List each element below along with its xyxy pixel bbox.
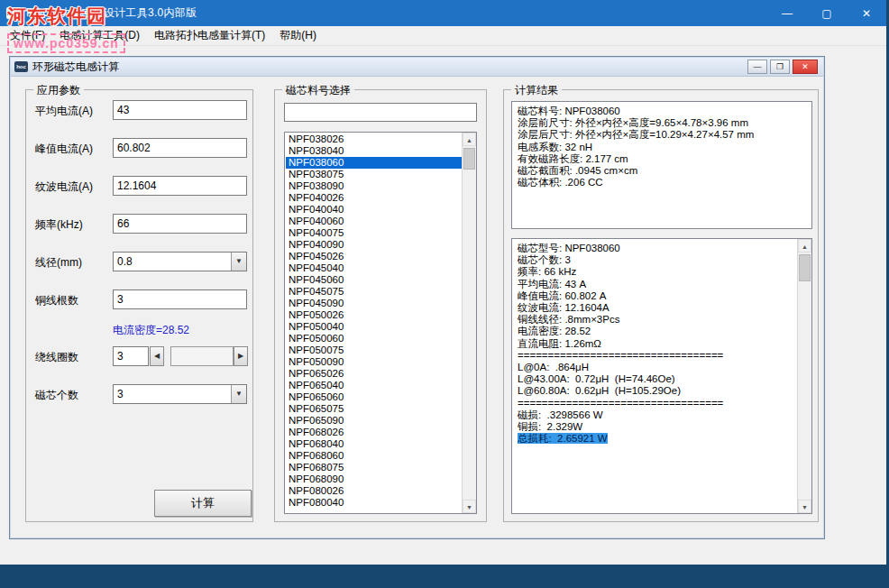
core-list-item[interactable]: NPF040060 bbox=[286, 216, 462, 227]
turns-slider-track[interactable] bbox=[170, 346, 234, 366]
spin-left-icon[interactable]: ◀ bbox=[150, 346, 164, 366]
core-list[interactable]: NPF038026NPF038040NPF038060NPF038075NPF0… bbox=[284, 132, 477, 514]
core-list-item[interactable]: NPF045075 bbox=[286, 286, 462, 298]
core-list-item[interactable]: NPF050040 bbox=[286, 321, 462, 333]
result-line: 磁芯截面积: .0945 cm×cm bbox=[518, 165, 806, 177]
ripple-current-input[interactable] bbox=[113, 176, 247, 196]
result-line: 频率: 66 kHz bbox=[518, 266, 792, 278]
core-list-item[interactable]: NPF045060 bbox=[286, 274, 462, 286]
param-row: 峰值电流(A) bbox=[35, 138, 245, 158]
menu-item[interactable]: 帮助(H) bbox=[272, 25, 324, 46]
peak-current-input[interactable] bbox=[113, 138, 247, 158]
result-line: 有效磁路长度: 2.177 cm bbox=[518, 153, 806, 165]
peak-current-label: 峰值电流(A) bbox=[35, 142, 93, 157]
core-list-item[interactable]: NPF040075 bbox=[286, 227, 462, 239]
core-list-item[interactable]: NPF068090 bbox=[286, 473, 462, 485]
result-line: 磁芯个数: 3 bbox=[518, 254, 792, 266]
result-detail-scrollbar[interactable]: ▲ ▼ bbox=[797, 239, 811, 513]
core-list-item[interactable]: NPF080040 bbox=[286, 497, 462, 509]
core-list-item[interactable]: NPF068040 bbox=[286, 438, 462, 450]
result-line: 涂层后尺寸: 外径×内径×高度=10.29×4.27×4.57 mm bbox=[518, 129, 806, 141]
core-list-item[interactable]: NPF040040 bbox=[286, 204, 462, 216]
spin-right-icon[interactable]: ▶ bbox=[234, 346, 248, 366]
core-list-item[interactable]: NPF050060 bbox=[286, 333, 462, 345]
core-list-item[interactable]: NPF045040 bbox=[286, 262, 462, 274]
result-line: 涂层前尺寸: 外径×内径×高度=9.65×4.78×3.96 mm bbox=[518, 117, 806, 129]
core-list-item[interactable]: NPF038040 bbox=[286, 145, 462, 157]
params-groupbox: 应用参数 平均电流(A) 峰值电流(A) 纹波电流(A) 频率( bbox=[25, 89, 253, 522]
core-list-item[interactable]: NPF068075 bbox=[286, 462, 462, 473]
param-row: 铜线根数 bbox=[35, 289, 245, 309]
core-list-item[interactable]: NPF038075 bbox=[286, 169, 462, 180]
core-list-item[interactable]: NPF038026 bbox=[286, 133, 462, 145]
core-list-item[interactable]: NPF038060 bbox=[286, 157, 462, 169]
avg-current-input[interactable] bbox=[113, 100, 247, 120]
core-list-item[interactable]: NPF045090 bbox=[286, 298, 462, 309]
turns-input[interactable] bbox=[113, 346, 149, 366]
menu-item[interactable]: 文件(F) bbox=[3, 25, 52, 46]
result-summary-text: 磁芯料号: NPF038060涂层前尺寸: 外径×内径×高度=9.65×4.78… bbox=[513, 103, 811, 227]
core-list-scrollbar[interactable]: ▲ ▼ bbox=[462, 133, 476, 513]
results-group-title: 计算结果 bbox=[511, 83, 562, 98]
core-list-item[interactable]: NPF065060 bbox=[286, 391, 462, 403]
total-loss-highlight: 总损耗: 2.65921 W bbox=[518, 433, 608, 444]
minimize-button[interactable]: — bbox=[767, 0, 807, 26]
chevron-down-icon[interactable]: ▼ bbox=[231, 253, 246, 271]
menu-item[interactable]: 电路拓扑电感量计算(T) bbox=[147, 25, 272, 46]
core-list-item[interactable]: NPF045026 bbox=[286, 251, 462, 262]
scroll-down-icon[interactable]: ▼ bbox=[798, 500, 811, 513]
result-line: 磁芯型号: NPF038060 bbox=[518, 243, 792, 254]
core-list-item[interactable]: NPF080026 bbox=[286, 485, 462, 497]
core-list-group-title: 磁芯料号选择 bbox=[282, 83, 354, 98]
ripple-current-label: 纹波电流(A) bbox=[35, 179, 93, 195]
child-close-button[interactable]: ✕ bbox=[793, 60, 818, 74]
core-count-value: 3 bbox=[117, 388, 124, 400]
results-groupbox: 计算结果 磁芯料号: NPF038060涂层前尺寸: 外径×内径×高度=9.65… bbox=[503, 89, 819, 522]
close-button[interactable]: ✕ bbox=[847, 0, 886, 26]
params-group-title: 应用参数 bbox=[33, 83, 84, 98]
child-app-icon: hoc bbox=[14, 61, 28, 72]
core-list-item[interactable]: NPF068060 bbox=[286, 450, 462, 462]
calculate-button[interactable]: 计算 bbox=[154, 490, 252, 517]
core-filter-input[interactable] bbox=[284, 103, 477, 122]
result-line: 平均电流: 43 A bbox=[518, 279, 792, 290]
result-line: ================================== bbox=[518, 398, 792, 409]
core-list-groupbox: 磁芯料号选择 NPF038026NPF038040NPF038060NPF038… bbox=[274, 89, 487, 522]
core-list-item[interactable]: NPF050075 bbox=[286, 345, 462, 356]
param-row: 频率(kHz) bbox=[35, 214, 245, 234]
turns-label: 绕线圈数 bbox=[35, 350, 78, 365]
main-window-title: POCO功率电感设计工具3.0内部版 bbox=[26, 5, 197, 21]
result-detail-box[interactable]: 磁芯型号: NPF038060磁芯个数: 3频率: 66 kHz平均电流: 43… bbox=[511, 238, 812, 514]
scroll-up-icon[interactable]: ▲ bbox=[463, 133, 476, 146]
chevron-down-icon[interactable]: ▼ bbox=[231, 385, 246, 403]
result-line: 铜损: 2.329W bbox=[518, 421, 792, 433]
scrollbar-thumb[interactable] bbox=[799, 254, 811, 281]
core-list-item[interactable]: NPF050026 bbox=[286, 309, 462, 321]
core-list-item[interactable]: NPF065040 bbox=[286, 380, 462, 391]
frequency-input[interactable] bbox=[113, 214, 247, 234]
core-list-item[interactable]: NPF040026 bbox=[286, 192, 462, 204]
core-list-item[interactable]: NPF038090 bbox=[286, 180, 462, 192]
copper-strands-label: 铜线根数 bbox=[35, 293, 78, 308]
result-line: 磁芯料号: NPF038060 bbox=[518, 106, 806, 117]
result-detail-lines: 磁芯型号: NPF038060磁芯个数: 3频率: 66 kHz平均电流: 43… bbox=[518, 243, 792, 433]
result-summary-box[interactable]: 磁芯料号: NPF038060涂层前尺寸: 外径×内径×高度=9.65×4.78… bbox=[511, 101, 812, 229]
result-line: 电流密度: 28.52 bbox=[518, 326, 792, 337]
menu-item[interactable]: 电感计算工具(D) bbox=[52, 25, 147, 46]
scroll-down-icon[interactable]: ▼ bbox=[463, 500, 476, 513]
core-count-select[interactable]: 3 ▼ bbox=[113, 384, 247, 404]
wire-diameter-select[interactable]: 0.8 ▼ bbox=[113, 252, 247, 271]
maximize-button[interactable]: ▢ bbox=[807, 0, 847, 26]
core-list-item[interactable]: NPF065075 bbox=[286, 403, 462, 415]
core-list-item[interactable]: NPF065090 bbox=[286, 415, 462, 427]
scroll-up-icon[interactable]: ▲ bbox=[798, 239, 811, 253]
scrollbar-thumb[interactable] bbox=[463, 148, 475, 170]
core-list-item[interactable]: NPF065026 bbox=[286, 368, 462, 380]
core-list-item[interactable]: NPF050090 bbox=[286, 356, 462, 368]
child-titlebar: hoc 环形磁芯电感计算 — ❐ ✕ bbox=[11, 58, 823, 77]
core-list-item[interactable]: NPF040090 bbox=[286, 239, 462, 251]
core-list-item[interactable]: NPF068026 bbox=[286, 427, 462, 438]
child-minimize-button[interactable]: — bbox=[747, 60, 767, 74]
child-restore-button[interactable]: ❐ bbox=[770, 60, 790, 74]
copper-strands-input[interactable] bbox=[113, 289, 247, 309]
